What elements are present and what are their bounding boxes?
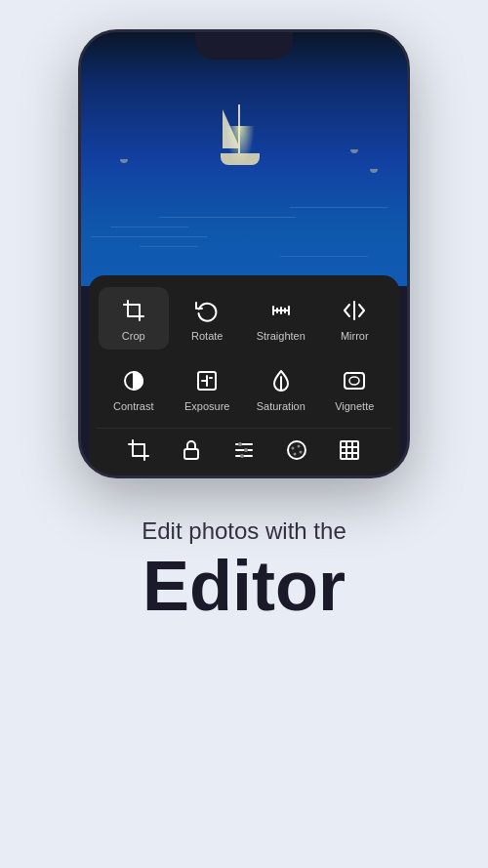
phone-wrapper: Crop Rotate	[78, 29, 410, 478]
small-boat-3	[120, 159, 128, 163]
nav-sliders[interactable]	[230, 436, 258, 464]
phone-notch	[195, 32, 293, 60]
bottom-nav	[97, 428, 391, 468]
svg-point-24	[298, 445, 301, 448]
svg-rect-35	[352, 453, 358, 459]
mirror-label: Mirror	[341, 330, 369, 342]
contrast-label: Contrast	[113, 400, 154, 412]
boat	[221, 153, 260, 165]
svg-point-23	[292, 447, 295, 450]
exposure-icon	[191, 365, 223, 396]
straighten-label: Straighten	[257, 330, 305, 342]
tools-row-1: Crop Rotate	[97, 287, 391, 350]
contrast-icon	[118, 365, 149, 396]
nav-lock[interactable]	[178, 436, 205, 464]
tools-row-2: Contrast Exposure	[97, 357, 391, 420]
tool-straighten[interactable]: Straighten	[246, 287, 316, 350]
svg-point-25	[300, 451, 303, 454]
svg-rect-13	[345, 373, 364, 389]
subtitle: Edit photos with the	[142, 517, 346, 545]
small-boat-1	[350, 149, 358, 153]
crop-label: Crop	[122, 330, 145, 342]
svg-point-14	[349, 377, 359, 385]
svg-point-21	[240, 454, 244, 458]
svg-point-26	[294, 453, 297, 456]
rotate-label: Rotate	[191, 330, 223, 342]
tool-mirror[interactable]: Mirror	[319, 287, 389, 350]
tool-rotate[interactable]: Rotate	[172, 287, 242, 350]
svg-point-20	[244, 448, 248, 452]
main-title: Editor	[142, 551, 346, 621]
nav-palette[interactable]	[283, 436, 310, 464]
tool-crop[interactable]: Crop	[99, 287, 169, 350]
rotate-icon	[191, 295, 223, 326]
svg-point-22	[288, 441, 305, 459]
nav-crop[interactable]	[125, 436, 152, 464]
saturation-label: Saturation	[257, 400, 305, 412]
vignette-label: Vignette	[335, 400, 374, 412]
phone-frame: Crop Rotate	[78, 29, 410, 478]
toolbar-panel: Crop Rotate	[89, 275, 399, 475]
svg-point-19	[238, 442, 242, 446]
exposure-label: Exposure	[184, 400, 229, 412]
tool-vignette[interactable]: Vignette	[319, 357, 389, 420]
crop-icon	[118, 295, 149, 326]
text-section: Edit photos with the Editor	[112, 517, 375, 621]
mirror-icon	[339, 295, 370, 326]
svg-rect-15	[184, 449, 198, 459]
photo-area	[81, 32, 407, 286]
vignette-icon	[339, 365, 370, 396]
tool-contrast[interactable]: Contrast	[99, 357, 169, 420]
straighten-icon	[265, 295, 297, 326]
nav-grid[interactable]	[336, 436, 363, 464]
tool-exposure[interactable]: Exposure	[172, 357, 242, 420]
tool-saturation[interactable]: Saturation	[246, 357, 316, 420]
saturation-icon	[265, 365, 297, 396]
